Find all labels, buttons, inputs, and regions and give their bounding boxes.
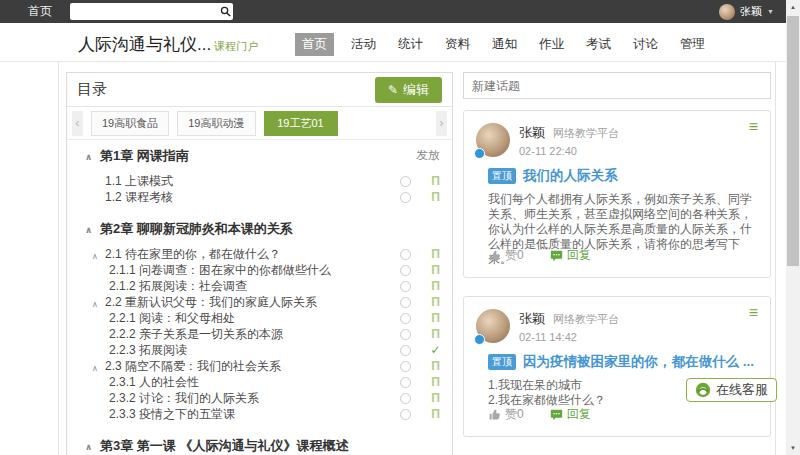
edit-button[interactable]: ✎ 编辑 xyxy=(375,77,442,103)
progress-circle-icon[interactable] xyxy=(400,249,411,260)
scrollbar-thumb[interactable] xyxy=(787,16,799,266)
toc-row-label: 2.2 重新认识父母：我们的家庭人际关系 xyxy=(105,294,317,310)
toc-row-label: 第2章 聊聊新冠肺炎和本课的关系 xyxy=(100,221,293,236)
release-status-icon: Π xyxy=(429,360,442,373)
collapse-icon[interactable]: ∧ xyxy=(85,440,92,455)
headset-icon xyxy=(695,382,711,398)
nav-tab[interactable]: 活动 xyxy=(346,33,381,56)
page-scrollbar[interactable]: ▲ ▼ xyxy=(786,0,800,455)
toc-item-row[interactable]: ∧2.2 重新认识父母：我们的家庭人际关系Π xyxy=(67,294,452,310)
topbar-home-link[interactable]: 首页 xyxy=(28,3,52,20)
release-status-icon: Π xyxy=(429,376,442,389)
search-icon[interactable] xyxy=(218,3,233,20)
like-button[interactable]: 赞0 xyxy=(488,247,524,264)
progress-circle-icon[interactable] xyxy=(400,176,411,187)
row-status: Π xyxy=(400,264,442,277)
toc-item-row[interactable]: 2.3.1 人的社会性Π xyxy=(67,374,452,390)
nav-tab[interactable]: 首页 xyxy=(295,33,334,56)
discussion-post: 张颖 网络教学平台 02-11 22:40 ≡ 置顶 我们的人际关系 我们每个人… xyxy=(463,110,771,278)
like-button[interactable]: 赞0 xyxy=(488,406,524,423)
progress-circle-icon[interactable] xyxy=(400,313,411,324)
progress-circle-icon[interactable] xyxy=(400,281,411,292)
toc-panel: 目录 ✎ 编辑 ‹ 19高职食品19高职动漫19工艺01 › ∧第1章 网课指南… xyxy=(66,72,453,455)
progress-circle-icon[interactable] xyxy=(400,409,411,420)
post-header: 张颖 网络教学平台 02-11 14:42 xyxy=(476,309,758,343)
toc-item-row[interactable]: 2.2.1 阅读：和父母相处Π xyxy=(67,310,452,326)
search-input[interactable] xyxy=(70,4,218,19)
toc-item-row[interactable]: 1.1 上课模式Π xyxy=(67,173,452,189)
class-tab[interactable]: 19高职动漫 xyxy=(177,111,255,136)
reply-icon xyxy=(550,249,563,262)
row-status: Π xyxy=(400,280,442,293)
nav-tab[interactable]: 考试 xyxy=(581,33,616,56)
reply-icon xyxy=(550,408,563,421)
release-status-icon: Π xyxy=(429,248,442,261)
nav-tab[interactable]: 讨论 xyxy=(628,33,663,56)
toc-item-row[interactable]: 2.1.2 拓展阅读：社会调查Π xyxy=(67,278,452,294)
toc-item-row[interactable]: 2.3.3 疫情之下的五堂课Π xyxy=(67,406,452,422)
toc-item-row[interactable]: 2.2.3 拓展阅读✓ xyxy=(67,342,452,358)
toc-item-row[interactable]: 2.1.1 问卷调查：困在家中的你都做些什么Π xyxy=(67,262,452,278)
post-avatar xyxy=(476,123,510,157)
toc-item-row[interactable]: 1.2 课程考核Π xyxy=(67,189,452,205)
toc-item-row[interactable]: 2.2.2 亲子关系是一切关系的本源Π xyxy=(67,326,452,342)
collapse-icon[interactable]: ∧ xyxy=(85,150,92,165)
post-time: 02-11 22:40 xyxy=(519,145,619,157)
course-header: 人际沟通与礼仪...课程门户 首页活动统计资料通知作业考试讨论管理 xyxy=(0,23,786,62)
toc-item-row[interactable]: 2.3.2 讨论：我们的人际关系Π xyxy=(67,390,452,406)
release-column-label: 发放 xyxy=(416,148,440,163)
toc-chapter-row[interactable]: ∧第3章 第一课 《人际沟通与礼仪》课程概述 xyxy=(67,438,452,453)
toc-row-label: 第3章 第一课 《人际沟通与礼仪》课程概述 xyxy=(100,438,348,453)
progress-circle-icon[interactable] xyxy=(400,393,411,404)
collapse-icon[interactable]: ∧ xyxy=(85,223,92,238)
row-status: ✓ xyxy=(400,344,442,357)
user-menu[interactable]: 张颖 ▼ xyxy=(719,4,774,20)
reply-button[interactable]: 回复 xyxy=(550,247,591,264)
release-status-icon: Π xyxy=(429,392,442,405)
scrollbar-down-icon[interactable]: ▼ xyxy=(786,441,800,455)
nav-tab[interactable]: 管理 xyxy=(675,33,710,56)
toc-item-row[interactable]: ∧2.1 待在家里的你，都在做什么？Π xyxy=(67,246,452,262)
new-topic-input[interactable] xyxy=(463,72,771,99)
post-menu-icon[interactable]: ≡ xyxy=(749,118,758,136)
main-content: 目录 ✎ 编辑 ‹ 19高职食品19高职动漫19工艺01 › ∧第1章 网课指南… xyxy=(58,62,776,455)
post-meta: 张颖 网络教学平台 02-11 14:42 xyxy=(519,309,619,343)
post-footer: 赞0 回复 xyxy=(488,247,591,264)
class-tab[interactable]: 19高职食品 xyxy=(91,111,169,136)
course-portal-link[interactable]: 课程门户 xyxy=(214,40,258,52)
tab-next-icon[interactable]: › xyxy=(436,111,447,136)
nav-tab[interactable]: 通知 xyxy=(487,33,522,56)
class-tab[interactable]: 19工艺01 xyxy=(264,111,338,136)
release-status-icon: Π xyxy=(429,328,442,341)
tab-prev-icon[interactable]: ‹ xyxy=(72,111,83,136)
progress-circle-icon[interactable] xyxy=(400,265,411,276)
toc-row-label: 2.1.1 问卷调查：困在家中的你都做些什么 xyxy=(109,262,331,278)
nav-tab[interactable]: 作业 xyxy=(534,33,569,56)
toc-item-row[interactable]: ∧2.3 隔空不隔爱：我们的社会关系Π xyxy=(67,358,452,374)
post-header: 张颖 网络教学平台 02-11 22:40 xyxy=(476,123,758,157)
chevron-down-icon: ▼ xyxy=(767,8,774,15)
post-title-link[interactable]: 我们的人际关系 xyxy=(523,167,618,185)
reply-button[interactable]: 回复 xyxy=(550,406,591,423)
progress-circle-icon[interactable] xyxy=(400,345,411,356)
release-status-icon: Π xyxy=(429,280,442,293)
toc-title: 目录 xyxy=(77,80,107,99)
progress-circle-icon[interactable] xyxy=(400,297,411,308)
post-title-link[interactable]: 因为疫情被困家里的你，都在做什么 ... xyxy=(523,353,754,371)
progress-circle-icon[interactable] xyxy=(400,329,411,340)
post-menu-icon[interactable]: ≡ xyxy=(749,304,758,322)
toc-row-label: 2.3.2 讨论：我们的人际关系 xyxy=(109,390,259,406)
online-support-label: 在线客服 xyxy=(716,381,768,399)
nav-tab[interactable]: 统计 xyxy=(393,33,428,56)
toc-chapter-row[interactable]: ∧第1章 网课指南发放 xyxy=(67,148,452,163)
progress-circle-icon[interactable] xyxy=(400,361,411,372)
online-support-button[interactable]: 在线客服 xyxy=(686,378,777,402)
thumbs-up-icon xyxy=(488,249,501,262)
progress-circle-icon[interactable] xyxy=(400,377,411,388)
nav-tab[interactable]: 资料 xyxy=(440,33,475,56)
progress-circle-icon[interactable] xyxy=(400,192,411,203)
scrollbar-up-icon[interactable]: ▲ xyxy=(786,0,800,14)
release-status-icon: Π xyxy=(429,312,442,325)
toc-row-label: 2.3.3 疫情之下的五堂课 xyxy=(109,406,235,422)
toc-chapter-row[interactable]: ∧第2章 聊聊新冠肺炎和本课的关系 xyxy=(67,221,452,236)
